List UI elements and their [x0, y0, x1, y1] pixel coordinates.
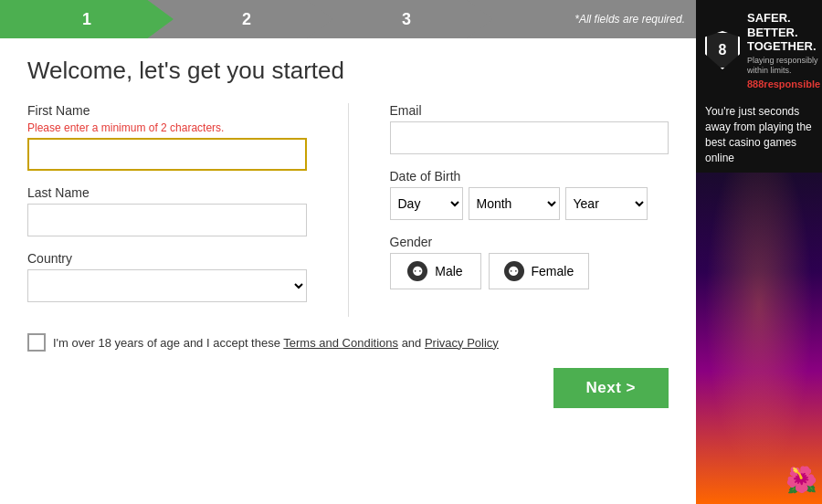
column-divider	[348, 103, 349, 317]
dob-group: Date of Birth Day Month Year	[390, 169, 669, 220]
right-column: Email Date of Birth Day Month Year	[390, 103, 669, 317]
ad-image: 🌺	[696, 173, 822, 504]
female-label: Female	[532, 264, 574, 278]
ad-brand: 888responsible	[747, 79, 820, 89]
country-label: Country	[27, 251, 307, 266]
ad-shield-row: 8 SAFER. BETTER. TOGETHER. Playing respo…	[705, 11, 820, 89]
next-button[interactable]: Next >	[553, 368, 669, 408]
step-2-label: 2	[242, 10, 251, 29]
gender-label: Gender	[390, 235, 669, 249]
last-name-group: Last Name	[27, 185, 307, 236]
first-name-group: First Name Please enter a minimum of 2 c…	[27, 103, 307, 171]
privacy-link[interactable]: Privacy Policy	[425, 336, 499, 350]
ad-safer-text: SAFER. BETTER. TOGETHER. Playing respons…	[747, 11, 820, 89]
dob-day-select[interactable]: Day	[390, 187, 463, 220]
dob-month-select[interactable]: Month	[469, 187, 560, 220]
terms-link[interactable]: Terms and Conditions	[283, 336, 398, 350]
step-1-label: 1	[82, 10, 91, 29]
gender-female-button[interactable]: ⚉ Female	[489, 253, 590, 289]
dob-row: Day Month Year	[390, 187, 669, 220]
male-label: Male	[435, 264, 462, 278]
left-column: First Name Please enter a minimum of 2 c…	[27, 103, 307, 317]
gender-group: Gender ⚉ Male ⚉ Female	[390, 235, 669, 289]
side-advertisement: 8 SAFER. BETTER. TOGETHER. Playing respo…	[696, 0, 822, 504]
last-name-label: Last Name	[27, 185, 307, 200]
country-select[interactable]	[27, 269, 307, 302]
step-3-label: 3	[402, 10, 411, 29]
ad-top-section: 8 SAFER. BETTER. TOGETHER. Playing respo…	[696, 0, 822, 97]
main-panel: 1 2 3 *All fields are required. Welcome,…	[0, 0, 696, 504]
step-3[interactable]: 3	[320, 0, 493, 38]
female-icon: ⚉	[504, 261, 524, 281]
step-1[interactable]: 1	[0, 0, 174, 38]
country-group: Country	[27, 251, 307, 302]
email-group: Email	[390, 103, 669, 154]
email-label: Email	[390, 103, 669, 118]
male-icon: ⚉	[407, 261, 427, 281]
email-input[interactable]	[390, 121, 669, 154]
terms-text: I'm over 18 years of age and I accept th…	[53, 336, 499, 350]
dob-label: Date of Birth	[390, 169, 669, 184]
form-area: Welcome, let's get you started First Nam…	[0, 38, 696, 504]
ad-promo-text: You're just seconds away from playing th…	[696, 97, 822, 173]
terms-checkbox[interactable]	[27, 333, 46, 352]
gender-male-button[interactable]: ⚉ Male	[390, 253, 481, 289]
gender-row: ⚉ Male ⚉ Female	[390, 253, 669, 289]
form-columns: First Name Please enter a minimum of 2 c…	[27, 103, 669, 317]
first-name-label: First Name	[27, 103, 307, 118]
progress-bar: 1 2 3 *All fields are required.	[0, 0, 696, 38]
ad-tagline: Playing responsibly within limits.	[747, 56, 820, 77]
page-title: Welcome, let's get you started	[27, 57, 669, 85]
required-note: *All fields are required.	[574, 0, 696, 38]
first-name-error: Please enter a minimum of 2 characters.	[27, 121, 307, 134]
ad-image-bg	[696, 173, 822, 504]
button-row: Next >	[27, 368, 669, 408]
first-name-input[interactable]	[27, 138, 307, 171]
terms-row: I'm over 18 years of age and I accept th…	[27, 333, 669, 352]
shield-icon: 8	[705, 31, 740, 69]
step-2[interactable]: 2	[160, 0, 333, 38]
dob-year-select[interactable]: Year	[565, 187, 648, 220]
last-name-input[interactable]	[27, 204, 307, 236]
decorative-flower-icon: 🌺	[785, 465, 817, 495]
